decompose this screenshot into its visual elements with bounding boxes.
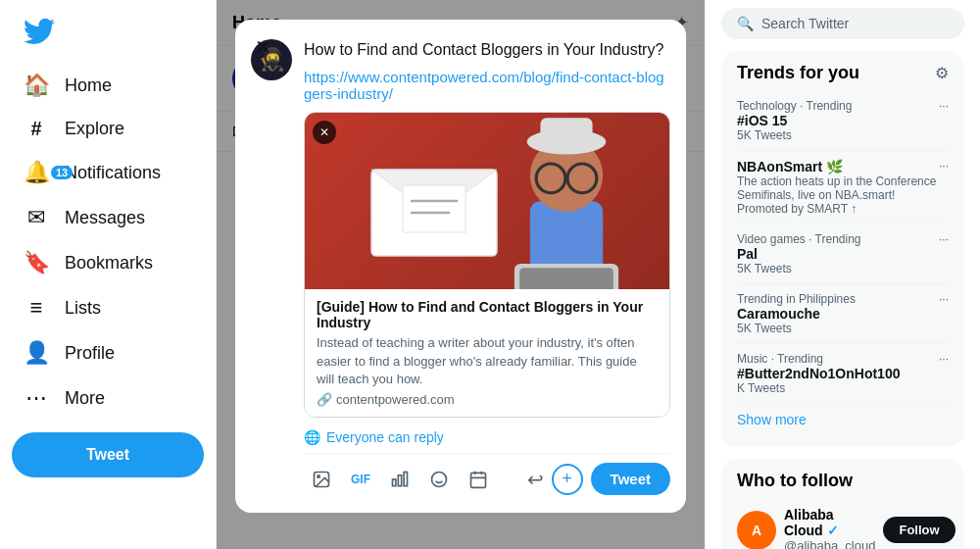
modal-overlay[interactable]: ✕ 🥷 How to Find and Contact Bloggers in … (217, 0, 705, 549)
trend-count-2: 5K Tweets (737, 262, 939, 275)
card-image: ✕ (305, 113, 669, 289)
trend-category-4: Music · Trending (737, 352, 939, 366)
compose-modal: ✕ 🥷 How to Find and Contact Bloggers in … (235, 20, 686, 513)
trend-item[interactable]: Technology · Trending #iOS 15 5K Tweets … (737, 91, 949, 151)
notification-badge: 13 (51, 166, 73, 179)
modal-tweet-link[interactable]: https://www.contentpowered.com/blog/find… (304, 69, 670, 102)
follow-handle: @alibaba_cloud (784, 538, 875, 549)
trend-category: Technology · Trending (737, 99, 939, 113)
svg-rect-22 (471, 473, 486, 487)
modal-tweet-button[interactable]: Tweet (591, 463, 670, 495)
modal-text-area: How to Find and Contact Bloggers in Your… (304, 39, 670, 497)
sidebar-label-notifications: Notifications (65, 163, 161, 183)
trend-info-music: Music · Trending #Butter2ndNo1OnHot100 K… (737, 352, 939, 395)
trend-info-promoted: NBAonSmart 🌿 The action heats up in the … (737, 159, 939, 216)
trend-more-button-2[interactable]: ··· (939, 159, 949, 173)
mail-icon: ✉ (24, 205, 49, 230)
domain-text: contentpowered.com (336, 392, 455, 407)
trend-info-ph: Trending in Philippines Caramouche 5K Tw… (737, 292, 939, 335)
sidebar-item-profile[interactable]: 👤 Profile (12, 330, 204, 375)
svg-rect-16 (393, 479, 396, 486)
trends-header: Trends for you ⚙ (737, 63, 949, 83)
trend-category-2: Video games · Trending (737, 232, 939, 246)
person-icon: 👤 (24, 340, 49, 366)
trend-info-games: Video games · Trending Pal 5K Tweets (737, 232, 939, 275)
sidebar-item-explore[interactable]: # Explore (12, 108, 204, 150)
follow-item: A Alibaba Cloud ✓ @alibaba_cloud Follow (737, 499, 949, 549)
add-thread-button[interactable]: + (552, 464, 583, 495)
sidebar-label-explore: Explore (65, 119, 124, 139)
twitter-logo[interactable] (12, 8, 204, 59)
home-icon: 🏠 (24, 73, 49, 98)
reply-audience-label: Everyone can reply (326, 429, 444, 445)
trend-item-music[interactable]: Music · Trending #Butter2ndNo1OnHot100 K… (737, 344, 949, 404)
search-icon: 🔍 (737, 16, 754, 31)
trend-more-button-5[interactable]: ··· (939, 352, 949, 366)
trend-count: 5K Tweets (737, 128, 939, 142)
trend-category-3: Trending in Philippines (737, 292, 939, 306)
trends-box: Trends for you ⚙ Technology · Trending #… (721, 51, 964, 447)
sidebar-label-lists: Lists (65, 298, 101, 319)
reply-audience[interactable]: 🌐 Everyone can reply (304, 429, 444, 445)
tweet-button[interactable]: Tweet (12, 432, 204, 477)
globe-icon: 🌐 (304, 429, 320, 445)
modal-close-button[interactable]: ✕ (247, 31, 278, 63)
sidebar-item-home[interactable]: 🏠 Home (12, 63, 204, 108)
add-poll-button[interactable] (382, 462, 417, 497)
trends-title: Trends for you (737, 63, 859, 83)
trend-more-button-4[interactable]: ··· (939, 292, 949, 306)
sidebar-item-messages[interactable]: ✉ Messages (12, 195, 204, 240)
sidebar-label-profile: Profile (65, 343, 115, 364)
trend-more-button-3[interactable]: ··· (939, 232, 949, 246)
bell-icon: 🔔 13 (24, 160, 49, 185)
sidebar-item-notifications[interactable]: 🔔 13 Notifications (12, 150, 204, 195)
who-to-follow-title: Who to follow (737, 471, 853, 491)
revert-button[interactable]: ↩ (527, 468, 544, 491)
svg-rect-13 (519, 268, 613, 289)
svg-point-15 (318, 475, 320, 478)
card-description: Instead of teaching a writer about your … (317, 334, 658, 388)
sidebar-item-bookmarks[interactable]: 🔖 Bookmarks (12, 240, 204, 285)
trend-item-promoted[interactable]: NBAonSmart 🌿 The action heats up in the … (737, 151, 949, 225)
follow-account-info: Alibaba Cloud ✓ @alibaba_cloud (784, 507, 875, 549)
trend-info: Technology · Trending #iOS 15 5K Tweets (737, 99, 939, 142)
main-content: Home ✦ philstar philstar.com Duterte see… (216, 0, 706, 549)
who-to-follow-header: Who to follow (737, 471, 949, 491)
add-gif-button[interactable]: GIF (343, 462, 378, 497)
gear-icon[interactable]: ⚙ (935, 64, 949, 82)
sidebar-label-messages: Messages (65, 208, 145, 228)
svg-rect-18 (404, 472, 407, 485)
modal-tweet-area: 🥷 How to Find and Contact Bloggers in Yo… (251, 39, 670, 497)
sidebar-label-more: More (65, 388, 105, 409)
search-bar[interactable]: 🔍 Search Twitter (721, 8, 964, 39)
compose-actions: GIF (304, 462, 496, 497)
follow-button[interactable]: Follow (883, 517, 955, 543)
trend-name-promoted: NBAonSmart 🌿 (737, 159, 939, 175)
search-placeholder: Search Twitter (761, 16, 849, 31)
trend-name: #iOS 15 (737, 113, 939, 128)
trend-name-4: #Butter2ndNo1OnHot100 (737, 366, 939, 381)
trend-more-button[interactable]: ··· (939, 99, 949, 113)
sidebar-label-home: Home (65, 75, 112, 96)
link-icon: 🔗 (317, 392, 332, 407)
sidebar-item-more[interactable]: ⋯ More (12, 375, 204, 421)
bookmark-icon: 🔖 (24, 250, 49, 275)
add-image-button[interactable] (304, 462, 339, 497)
svg-rect-17 (398, 475, 401, 486)
who-to-follow-box: Who to follow A Alibaba Cloud ✓ @alibaba… (721, 459, 964, 549)
trend-name-3: Caramouche (737, 306, 939, 322)
show-more-trends[interactable]: Show more (737, 404, 949, 435)
svg-rect-2 (403, 185, 466, 232)
trend-item-games[interactable]: Video games · Trending Pal 5K Tweets ··· (737, 225, 949, 284)
add-emoji-button[interactable] (421, 462, 457, 497)
modal-tweet-title: How to Find and Contact Bloggers in Your… (304, 39, 670, 61)
card-close-button[interactable]: ✕ (313, 121, 336, 144)
trend-count-4: K Tweets (737, 381, 939, 395)
trend-note: Promoted by SMART ↑ (737, 202, 939, 216)
trend-item-ph[interactable]: Trending in Philippines Caramouche 5K Tw… (737, 284, 949, 344)
trend-count-3: 5K Tweets (737, 322, 939, 335)
more-icon: ⋯ (24, 385, 49, 411)
sidebar-item-lists[interactable]: ≡ Lists (12, 285, 204, 330)
verified-badge: ✓ (827, 523, 839, 538)
schedule-button[interactable] (461, 462, 496, 497)
